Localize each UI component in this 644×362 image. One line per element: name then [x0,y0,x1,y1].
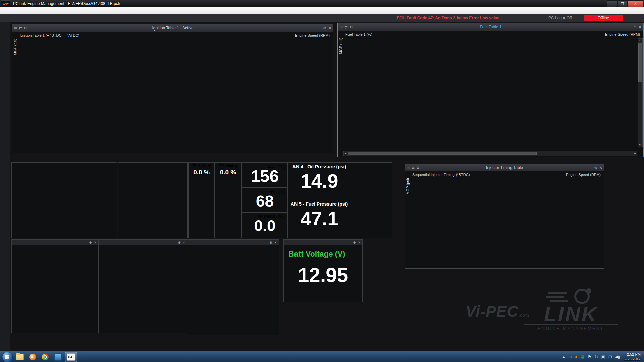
tp-sub-label: TP 2 (Sub) [189,164,214,168]
taskbar-media-player-icon[interactable]: ▶ [27,352,38,362]
move-icon[interactable]: ⊕ [89,241,92,244]
ect-value: 156 [242,169,287,185]
tray-orange-app-icon[interactable]: ● [575,355,578,359]
link-logo: LINK ENGINE MANAGEMENT [524,286,618,331]
window-controls: — ❐ ✕ [607,0,643,7]
setup-icon[interactable]: ⚙ [416,166,419,170]
tray-sync-icon[interactable]: ↻ [595,355,598,359]
scroll-left-icon[interactable]: ◀ [344,151,347,155]
injector-timing-window: ⊞⇄⚙ Injector Timing Table ⊕✕ Sequential … [405,164,604,269]
windows-flag-icon [5,355,10,359]
fuel-window-title: Fuel Table 1 [480,25,501,29]
close-icon[interactable]: ✕ [639,25,642,29]
setup-icon[interactable]: ⚙ [23,26,27,31]
tray-network-globe-icon[interactable]: ⊕ [568,355,572,359]
engine-speed-gauge-panel: ⊕✕ [187,239,279,335]
axes-swap-icon[interactable]: ⇄ [344,25,347,29]
move-icon[interactable]: ⊕ [634,25,637,29]
axes-swap-icon[interactable]: ⇄ [19,26,22,31]
pressures-panel: AN 4 - Oil Pressure (psi) 14.9 AN 5 - Fu… [288,162,351,238]
minimize-button[interactable]: — [607,0,617,7]
injector-window-title: Injector Timing Table [486,165,523,170]
setup-icon[interactable]: ⚙ [349,25,353,29]
move-icon[interactable]: ⊕ [353,241,356,244]
scrollbar-thumb[interactable] [638,43,642,82]
limits-panel [118,162,188,238]
scroll-right-icon[interactable]: ▶ [633,151,637,155]
close-icon[interactable]: ✕ [183,241,185,244]
tps-bank14-panel [371,162,392,238]
battery-voltage-label: Batt Voltage (V) [284,245,362,259]
ignition-x-axis-label: Engine Speed (RPM) [295,33,330,37]
tray-expand-icon[interactable]: ▲ [562,355,565,359]
iat-value: 68 [242,194,287,209]
move-icon[interactable]: ⊕ [269,241,272,244]
temps-panel: ECT (°F) 156 IAT (°F) 68 TP (Main) (%) 0… [242,162,288,238]
oil-filter-temp-gauge-panel: ⊕✕ [99,239,187,333]
tray-volume-icon[interactable]: ◀) [615,355,620,359]
fuel-horizontal-scrollbar[interactable]: ◀ ▶ [343,151,637,156]
system-tray: ▲ ⊕ ● ▦ ⚑ ↻ ▣ ⊡ ◀) 2:52 PM 2/25/2017 [562,352,644,362]
tp-main-label: TP (Main) [215,164,241,168]
fuel-x-axis-label: Engine Speed (RPM) [605,32,640,36]
tray-network-icon[interactable]: ⊡ [608,355,612,359]
dock-icon[interactable]: ⊞ [340,25,343,29]
runtime-values-panel [11,162,117,238]
tray-flag-icon[interactable]: ⚑ [588,355,592,359]
link-logo-text: LINK [524,305,618,324]
injector-x-axis-label: Engine Speed (RPM) [566,173,601,177]
move-icon[interactable]: ⊕ [178,241,180,244]
pclink-app: G4+ PCLink Engine Management - E:\NFF\Do… [0,0,644,362]
tps-bank58-panel [351,162,371,238]
scrollbar-thumb[interactable] [348,152,537,155]
workspace: ⊞⇄⚙ Ignition Table 1 - Active ⊕✕ Ignitio… [0,22,644,351]
clock-time: 2:52 PM [624,352,641,357]
fuel-table-window: ⊞⇄⚙ Fuel Table 1 ⊕✕ Fuel Table 1 (%) Eng… [337,23,644,157]
tray-spreadsheet-icon[interactable]: ▦ [581,355,585,359]
move-icon[interactable]: ⊕ [594,166,597,170]
injector-y-axis-label: MGP (psi) [406,178,410,194]
fuel-window-titlebar[interactable]: ⊞⇄⚙ Fuel Table 1 ⊕✕ [338,23,643,31]
oil-sump-temp-gauge-panel: ⊕✕ [11,239,99,333]
move-icon[interactable]: ⊕ [323,26,326,31]
close-icon[interactable]: ✕ [599,166,602,170]
tray-power-plug-icon[interactable]: ▣ [601,355,605,359]
fuel-table-subtitle: Fuel Table 1 (%) [345,32,372,36]
taskbar-app-icon[interactable] [52,352,64,362]
tp-sub-value: 0.0 % [189,169,214,176]
window-title: PCLink Engine Management - E:\NFF\Docs\G… [13,1,120,6]
close-button[interactable]: ✕ [628,0,643,7]
dock-icon[interactable]: ⊞ [407,166,410,170]
close-icon[interactable]: ✕ [328,26,331,31]
tab-row: ECU Fault Code 47: An Temp 2 below Error… [0,14,644,22]
close-icon[interactable]: ✕ [274,241,277,244]
injector-window-titlebar[interactable]: ⊞⇄⚙ Injector Timing Table ⊕✕ [405,164,604,171]
offline-badge[interactable]: Offline [584,15,623,21]
oil-pressure-value: 14.9 [288,171,351,191]
ignition-window-titlebar[interactable]: ⊞⇄⚙ Ignition Table 1 - Active ⊕✕ [12,24,333,32]
battery-voltage-value: 12.95 [284,263,362,287]
taskbar-clock[interactable]: 2:52 PM 2/25/2017 [623,352,641,362]
fuel-pressure-value: 47.1 [288,209,351,228]
menu-bar [0,7,644,14]
ignition-table-subtitle: Ignition Table 1 (+ °BTDC, -- °ATDC) [20,33,79,37]
start-button[interactable] [2,352,13,362]
battery-voltage-panel: ⊕✕ Batt Voltage (V) 12.95 [283,239,363,302]
maximize-button[interactable]: ❐ [617,0,628,7]
dock-icon[interactable]: ⊞ [14,26,17,31]
fuel-vertical-scrollbar[interactable]: ▲ ▼ [638,38,643,147]
axes-swap-icon[interactable]: ⇄ [411,166,414,170]
close-icon[interactable]: ✕ [358,241,361,244]
scroll-up-icon[interactable]: ▲ [638,39,642,42]
close-icon[interactable]: ✕ [94,241,97,244]
ecu-fault-message: ECU Fault Code 47: An Temp 2 below Error… [397,16,499,20]
taskbar-chrome-icon[interactable] [40,352,51,362]
sidebar [0,22,10,351]
scroll-down-icon[interactable]: ▼ [638,143,642,147]
taskbar-explorer-icon[interactable] [14,352,25,362]
pc-log-status: PC Log = Off [548,16,572,20]
ignition-window-title: Ignition Table 1 - Active [152,26,193,31]
tp-main-panel: TP (Main) 0.0 % [215,162,241,238]
injector-table-subtitle: Sequential Injector Timing (°BTDC) [412,173,470,177]
taskbar-g4-app-button[interactable]: G4+ [65,352,77,362]
